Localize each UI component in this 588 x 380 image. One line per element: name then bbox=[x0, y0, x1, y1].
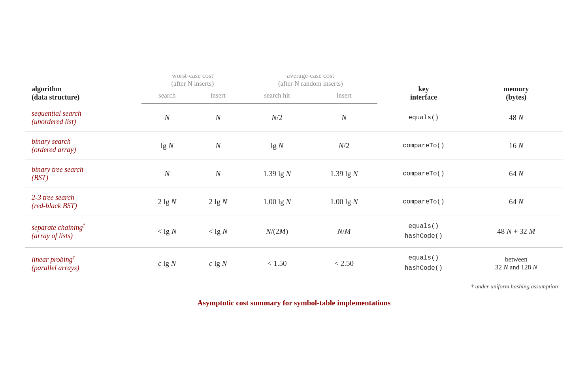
cell-sc-avg-insert: N/M bbox=[311, 216, 378, 247]
cell-seq-avg-search: N/2 bbox=[243, 104, 311, 132]
col-header-algorithm: algorithm(data structure) bbox=[25, 70, 141, 104]
cell-seq-worst-insert: N bbox=[192, 104, 243, 132]
main-container: algorithm(data structure) worst-case cos… bbox=[25, 70, 563, 310]
cell-sc-memory: 48 N + 32 M bbox=[470, 216, 563, 247]
cell-23t-worst-search: 2 lg N bbox=[141, 188, 192, 216]
cell-seq-key: equals() bbox=[377, 104, 469, 132]
table-row: sequential search(unordered list) N N N/… bbox=[25, 104, 563, 132]
algo-name-linear-probing: linear probing†(parallel arrays) bbox=[25, 248, 141, 279]
table-row: binary search(ordered array) lg N N lg N… bbox=[25, 132, 563, 160]
col-header-worst-case: worst-case cost(after N inserts) bbox=[141, 70, 243, 90]
algo-name-binary-search: binary search(ordered array) bbox=[25, 132, 141, 160]
algo-name-sequential: sequential search(unordered list) bbox=[25, 104, 141, 132]
cell-bs-memory: 16 N bbox=[470, 132, 563, 160]
col-header-insert: insert bbox=[192, 90, 243, 104]
col-header-key-interface: keyinterface bbox=[377, 70, 469, 104]
cell-lp-key: equals()hashCode() bbox=[377, 248, 469, 279]
cell-lp-worst-search: c lg N bbox=[141, 248, 192, 279]
cell-bst-worst-insert: N bbox=[192, 160, 243, 188]
footnote-text: † under uniform hashing assumption bbox=[25, 279, 563, 292]
col-header-avg-case: average-case cost(after N random inserts… bbox=[243, 70, 377, 90]
cell-sc-worst-insert: < lg N bbox=[192, 216, 243, 247]
cell-bs-avg-search: lg N bbox=[243, 132, 311, 160]
cell-sc-key: equals()hashCode() bbox=[377, 216, 469, 247]
algo-name-bst: binary tree search(BST) bbox=[25, 160, 141, 188]
header-top-row: algorithm(data structure) worst-case cos… bbox=[25, 70, 563, 90]
comparison-table: algorithm(data structure) worst-case cos… bbox=[25, 70, 563, 310]
cell-bs-key: compareTo() bbox=[377, 132, 469, 160]
cell-bst-key: compareTo() bbox=[377, 160, 469, 188]
caption-text: Asymptotic cost summary for symbol-table… bbox=[25, 292, 563, 310]
cell-lp-avg-insert: < 2.50 bbox=[311, 248, 378, 279]
algo-name-23tree: 2-3 tree search(red-black BST) bbox=[25, 188, 141, 216]
cell-bs-avg-insert: N/2 bbox=[311, 132, 378, 160]
cell-23t-worst-insert: 2 lg N bbox=[192, 188, 243, 216]
cell-lp-avg-search: < 1.50 bbox=[243, 248, 311, 279]
table-row: 2-3 tree search(red-black BST) 2 lg N 2 … bbox=[25, 188, 563, 216]
cell-lp-worst-insert: c lg N bbox=[192, 248, 243, 279]
cell-23t-avg-insert: 1.00 lg N bbox=[311, 188, 378, 216]
cell-bst-worst-search: N bbox=[141, 160, 192, 188]
caption-row: Asymptotic cost summary for symbol-table… bbox=[25, 292, 563, 310]
cell-bst-avg-insert: 1.39 lg N bbox=[311, 160, 378, 188]
col-header-memory: memory(bytes) bbox=[470, 70, 563, 104]
col-header-insert2: insert bbox=[311, 90, 378, 104]
cell-23t-key: compareTo() bbox=[377, 188, 469, 216]
cell-bst-avg-search: 1.39 lg N bbox=[243, 160, 311, 188]
cell-seq-memory: 48 N bbox=[470, 104, 563, 132]
table-row: linear probing†(parallel arrays) c lg N … bbox=[25, 248, 563, 279]
cell-bst-memory: 64 N bbox=[470, 160, 563, 188]
col-header-search: search bbox=[141, 90, 192, 104]
footnote-row: † under uniform hashing assumption bbox=[25, 279, 563, 292]
cell-23t-memory: 64 N bbox=[470, 188, 563, 216]
table-row: binary tree search(BST) N N 1.39 lg N 1.… bbox=[25, 160, 563, 188]
cell-bs-worst-insert: N bbox=[192, 132, 243, 160]
cell-lp-memory: between32 N and 128 N bbox=[470, 248, 563, 279]
cell-seq-avg-insert: N bbox=[311, 104, 378, 132]
col-header-search-hit: search hit bbox=[243, 90, 311, 104]
cell-23t-avg-search: 1.00 lg N bbox=[243, 188, 311, 216]
cell-sc-worst-search: < lg N bbox=[141, 216, 192, 247]
cell-seq-worst-search: N bbox=[141, 104, 192, 132]
algo-name-chaining: separate chaining†(array of lists) bbox=[25, 216, 141, 247]
table-row: separate chaining†(array of lists) < lg … bbox=[25, 216, 563, 247]
cell-bs-worst-search: lg N bbox=[141, 132, 192, 160]
cell-sc-avg-search: N/(2M) bbox=[243, 216, 311, 247]
